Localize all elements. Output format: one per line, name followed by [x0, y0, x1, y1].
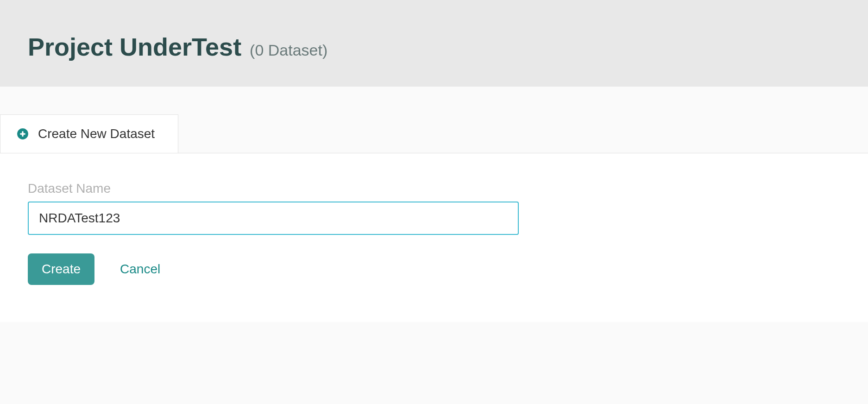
dataset-name-label: Dataset Name: [28, 181, 840, 196]
svg-rect-2: [22, 131, 23, 137]
form-button-row: Create Cancel: [28, 253, 840, 285]
dataset-name-input[interactable]: [28, 202, 519, 235]
tab-create-new-dataset[interactable]: Create New Dataset: [0, 114, 178, 153]
tabs-container: Create New Dataset: [0, 114, 868, 153]
plus-circle-icon: [17, 128, 29, 140]
cancel-button[interactable]: Cancel: [120, 262, 160, 277]
page-header: Project UnderTest (0 Dataset): [0, 0, 868, 87]
project-title-row: Project UnderTest (0 Dataset): [28, 32, 840, 61]
dataset-count: (0 Dataset): [250, 41, 327, 59]
create-dataset-panel: Dataset Name Create Cancel: [0, 153, 868, 322]
project-title: Project UnderTest: [28, 32, 241, 61]
tab-label: Create New Dataset: [38, 126, 155, 141]
create-button[interactable]: Create: [28, 253, 94, 285]
